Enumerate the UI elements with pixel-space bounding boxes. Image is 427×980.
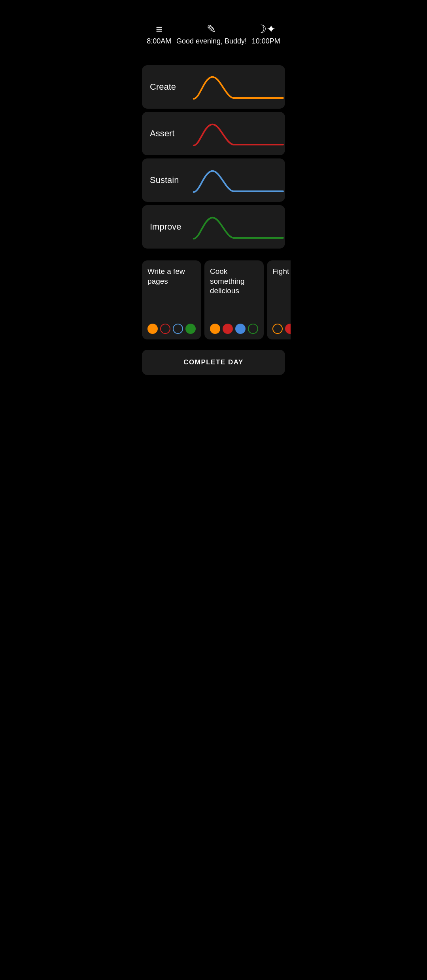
task-cook-title: Cook something delicious xyxy=(210,267,258,296)
edit-icon: ✎ xyxy=(207,24,216,35)
dot-create xyxy=(210,324,220,334)
categories-section: Create Assert Sustain Improve xyxy=(136,61,291,253)
category-improve[interactable]: Improve xyxy=(142,205,285,249)
header: ≡ 8:00AM ✎ Good evening, Buddy! ☽✦ 10:00… xyxy=(136,0,291,61)
category-create-label: Create xyxy=(150,82,176,92)
category-create[interactable]: Create xyxy=(142,65,285,109)
dot-create xyxy=(147,324,158,334)
dot-assert xyxy=(223,324,233,334)
task-cook[interactable]: Cook something delicious xyxy=(204,260,264,339)
task-write[interactable]: Write a few pages xyxy=(142,260,201,339)
complete-day-container: COMPLETE DAY xyxy=(136,343,291,387)
dot-sustain xyxy=(173,324,183,334)
task-fight[interactable]: Fight God xyxy=(267,260,291,339)
tasks-section: Write a few pages Cook something delicio… xyxy=(136,253,291,343)
menu-icon: ≡ xyxy=(156,24,162,35)
end-time-section: ☽✦ 10:00PM xyxy=(252,24,280,45)
dot-assert xyxy=(160,324,170,334)
end-time: 10:00PM xyxy=(252,37,280,45)
greeting-section: ✎ Good evening, Buddy! xyxy=(176,24,247,45)
category-sustain-label: Sustain xyxy=(150,175,179,185)
task-write-title: Write a few pages xyxy=(147,267,196,286)
dot-improve xyxy=(185,324,196,334)
task-cook-dots xyxy=(210,320,258,334)
start-time: 8:00AM xyxy=(147,37,171,45)
greeting-text: Good evening, Buddy! xyxy=(176,37,247,45)
dot-create xyxy=(272,324,283,334)
category-assert[interactable]: Assert xyxy=(142,112,285,155)
complete-day-button[interactable]: COMPLETE DAY xyxy=(142,350,285,375)
dot-improve xyxy=(248,324,258,334)
dot-assert xyxy=(285,324,291,334)
moon-icon: ☽✦ xyxy=(257,24,276,35)
category-improve-label: Improve xyxy=(150,222,181,232)
start-time-section: ≡ 8:00AM xyxy=(147,24,171,45)
category-assert-label: Assert xyxy=(150,128,174,139)
category-sustain[interactable]: Sustain xyxy=(142,158,285,202)
dot-sustain xyxy=(235,324,246,334)
task-fight-title: Fight God xyxy=(272,267,291,277)
task-fight-dots xyxy=(272,320,291,334)
task-write-dots xyxy=(147,320,196,334)
